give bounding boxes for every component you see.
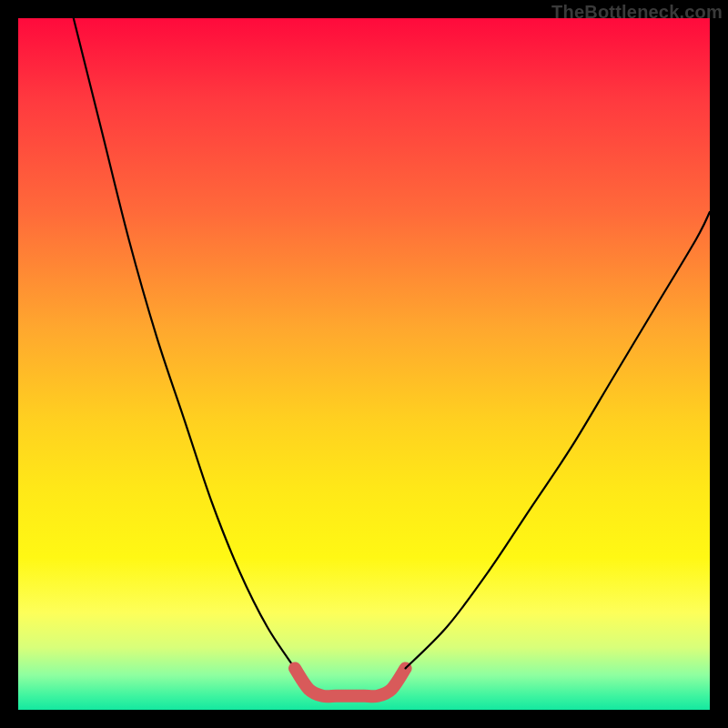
- watermark-text: TheBottleneck.com: [551, 2, 723, 23]
- chart-svg: [18, 18, 710, 710]
- plot-area: [18, 18, 710, 710]
- chart-frame: TheBottleneck.com: [0, 0, 728, 728]
- curve-valley: [295, 668, 406, 696]
- curve-left: [74, 18, 295, 668]
- curve-right: [406, 212, 710, 669]
